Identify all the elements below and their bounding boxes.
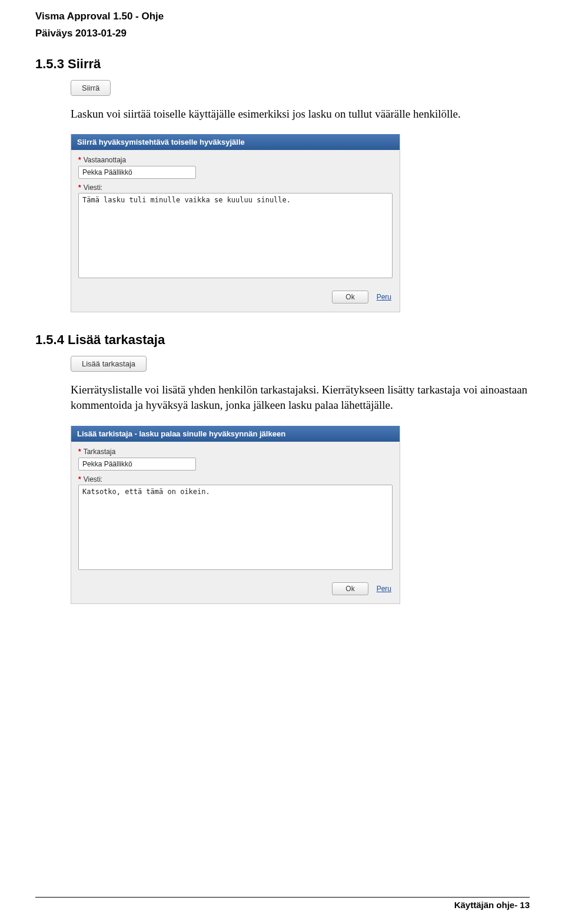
ok-button[interactable]: Ok bbox=[332, 291, 368, 303]
dialog-lisaa-title: Lisää tarkistaja - lasku palaa sinulle h… bbox=[71, 426, 400, 442]
message-label: Viesti: bbox=[84, 184, 102, 192]
dialog-siirra-footer: Ok Peru bbox=[78, 287, 393, 306]
recipient-input[interactable] bbox=[78, 166, 196, 179]
reviewer-label-row: *Tarkastaja bbox=[78, 448, 393, 456]
doc-title: Visma Approval 1.50 - Ohje bbox=[35, 8, 530, 25]
reviewer-label: Tarkastaja bbox=[84, 448, 116, 456]
dialog-lisaa-footer: Ok Peru bbox=[78, 579, 393, 598]
cancel-link[interactable]: Peru bbox=[377, 293, 391, 301]
lisaa-tarkastaja-button[interactable]: Lisää tarkastaja bbox=[71, 356, 147, 372]
message2-label-row: *Viesti: bbox=[78, 475, 393, 483]
dialog-siirra-body: *Vastaanottaja *Viesti: Ok Peru bbox=[71, 150, 400, 312]
message-textarea[interactable] bbox=[78, 193, 393, 278]
cancel-link-2[interactable]: Peru bbox=[377, 585, 391, 593]
recipient-label-row: *Vastaanottaja bbox=[78, 156, 393, 164]
section2-paragraph: Kierrätyslistalle voi lisätä yhden henki… bbox=[71, 382, 530, 412]
page-footer-text: Käyttäjän ohje- 13 bbox=[454, 900, 530, 910]
message2-label: Viesti: bbox=[84, 475, 102, 483]
page: Visma Approval 1.50 - Ohje Päiväys 2013-… bbox=[0, 0, 565, 924]
doc-header: Visma Approval 1.50 - Ohje Päiväys 2013-… bbox=[35, 8, 530, 42]
dialog-lisaa-tarkastaja: Lisää tarkistaja - lasku palaa sinulle h… bbox=[71, 426, 400, 604]
required-asterisk: * bbox=[78, 448, 81, 456]
section-heading-siirra: 1.5.3 Siirrä bbox=[35, 56, 530, 72]
page-footer: Käyttäjän ohje- 13 bbox=[35, 897, 530, 910]
section1-body: Siirrä Laskun voi siirtää toiselle käytt… bbox=[71, 80, 530, 313]
message2-textarea[interactable] bbox=[78, 485, 393, 570]
section2-body: Lisää tarkastaja Kierrätyslistalle voi l… bbox=[71, 356, 530, 603]
section1-paragraph: Laskun voi siirtää toiselle käyttäjälle … bbox=[71, 106, 530, 122]
required-asterisk: * bbox=[78, 184, 81, 192]
section-heading-lisaa-tarkastaja: 1.5.4 Lisää tarkastaja bbox=[35, 332, 530, 348]
doc-date: Päiväys 2013-01-29 bbox=[35, 25, 530, 42]
message-label-row: *Viesti: bbox=[78, 184, 393, 192]
dialog-siirra-title: Siirrä hyväksymistehtävä toiselle hyväks… bbox=[71, 134, 400, 150]
required-asterisk: * bbox=[78, 475, 81, 483]
recipient-label: Vastaanottaja bbox=[84, 156, 127, 164]
dialog-siirra: Siirrä hyväksymistehtävä toiselle hyväks… bbox=[71, 134, 400, 312]
dialog-lisaa-body: *Tarkastaja *Viesti: Ok Peru bbox=[71, 442, 400, 603]
ok-button-2[interactable]: Ok bbox=[332, 582, 368, 595]
required-asterisk: * bbox=[78, 156, 81, 164]
reviewer-input[interactable] bbox=[78, 458, 196, 471]
siirra-button[interactable]: Siirrä bbox=[71, 80, 111, 96]
